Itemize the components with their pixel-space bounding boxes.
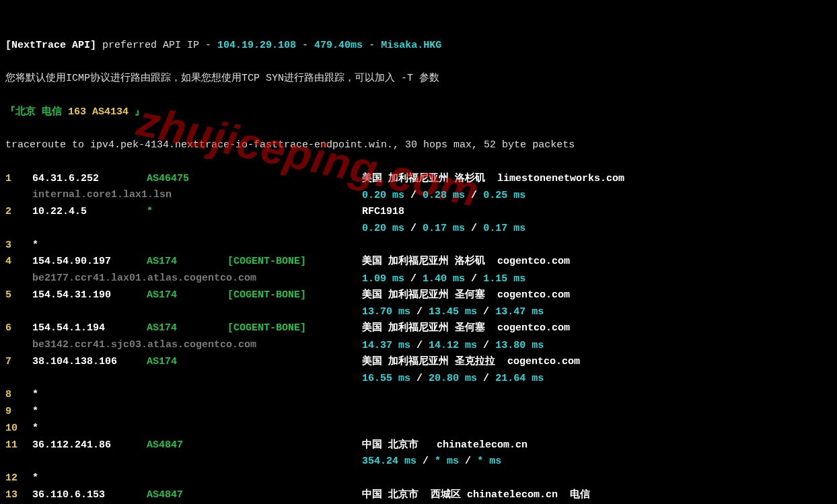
hop-location: 美国 加利福尼亚州 洛杉矶 cogentco.com: [362, 254, 570, 271]
hop-asn: AS174: [147, 354, 227, 371]
hop-row: 12*: [5, 470, 832, 487]
hop-ip: *: [32, 404, 147, 421]
hop-ip: 154.54.31.190: [32, 287, 147, 304]
hop-number: 12: [5, 470, 32, 487]
hop-ip: *: [32, 421, 147, 437]
hop-number: 5: [5, 287, 32, 304]
route-asn: 163 AS4134: [68, 106, 129, 118]
traceroute-cmd: traceroute to ipv4.pek-4134.nexttrace-io…: [5, 137, 832, 154]
hop-tag: [227, 238, 362, 254]
hop-tag: [COGENT-BONE]: [227, 254, 362, 271]
hop-tag: [COGENT-BONE]: [227, 287, 362, 304]
hop-location: 中国 北京市 西城区 chinatelecom.cn 电信: [362, 487, 590, 504]
hop-row: 738.104.138.106AS174美国 加利福尼亚州 圣克拉拉 cogen…: [5, 354, 832, 371]
hop-asn: [147, 387, 227, 404]
hop-asn: AS4847: [147, 487, 227, 504]
hop-location: 美国 加利福尼亚州 圣何塞 cogentco.com: [362, 320, 570, 337]
hop-number: 8: [5, 387, 32, 404]
hop-tag: [227, 487, 362, 504]
api-header-line: [NextTrace API] preferred API IP - 104.1…: [5, 38, 832, 55]
hop-asn: [147, 421, 227, 437]
hop-location: 中国 北京市 chinatelecom.cn: [362, 437, 527, 454]
api-location: Misaka.HKG: [381, 40, 441, 51]
hop-tag: [COGENT-BONE]: [227, 320, 362, 337]
hop-number: 9: [5, 404, 32, 421]
hops-list: 164.31.6.252AS46475美国 加利福尼亚州 洛杉矶 limesto…: [5, 171, 832, 505]
hop-row: 4154.54.90.197AS174[COGENT-BONE]美国 加利福尼亚…: [5, 254, 832, 271]
hop-row: 8*: [5, 387, 832, 404]
hop-number: 7: [5, 354, 32, 371]
hop-ip: 38.104.138.106: [32, 354, 147, 371]
hop-tag: [227, 437, 362, 454]
hop-ip: *: [32, 470, 147, 487]
hop-row: 9*: [5, 404, 832, 421]
hop-number: 3: [5, 238, 32, 254]
hop-asn: [147, 470, 227, 487]
hop-number: 13: [5, 487, 32, 504]
hop-ip: *: [32, 387, 147, 404]
hop-asn: *: [147, 204, 227, 221]
hop-location: 美国 加利福尼亚州 洛杉矶 limestonenetworks.com: [362, 171, 624, 188]
hop-rtt: 354.24 ms / * ms / * ms: [362, 454, 832, 470]
hop-row: 5154.54.31.190AS174[COGENT-BONE]美国 加利福尼亚…: [5, 287, 832, 304]
hop-tag: [227, 204, 362, 221]
hop-asn: AS46475: [147, 171, 227, 188]
hop-number: 1: [5, 171, 32, 188]
hop-rtt: 0.20 ms / 0.17 ms / 0.17 ms: [362, 221, 832, 238]
api-text: preferred API IP -: [96, 40, 217, 51]
hop-ip: 36.110.6.153: [32, 487, 147, 504]
hop-row: 10*: [5, 421, 832, 437]
hop-row: 1136.112.241.86AS4847中国 北京市 chinatelecom…: [5, 437, 832, 454]
hop-tag: [227, 421, 362, 437]
hop-asn: [147, 404, 227, 421]
hop-tag: [227, 470, 362, 487]
hop-number: 2: [5, 204, 32, 221]
hop-asn: AS174: [147, 320, 227, 337]
api-ip: 104.19.29.108: [217, 40, 296, 51]
hop-row: 1336.110.6.153AS4847中国 北京市 西城区 chinatele…: [5, 487, 832, 504]
hop-ip: 36.112.241.86: [32, 437, 147, 454]
hop-location: RFC1918: [362, 204, 404, 221]
hop-location: 美国 加利福尼亚州 圣何塞 cogentco.com: [362, 287, 570, 304]
hop-asn: [147, 238, 227, 254]
hop-tag: [227, 387, 362, 404]
hop-number: 10: [5, 421, 32, 437]
hop-rtt: 13.70 ms / 13.45 ms / 13.47 ms: [362, 304, 832, 321]
hint-line: 您将默认使用ICMP协议进行路由跟踪，如果您想使用TCP SYN进行路由跟踪，可…: [5, 71, 832, 87]
hop-row: 3*: [5, 238, 832, 254]
api-label: [NextTrace API]: [5, 40, 96, 51]
hop-row: 164.31.6.252AS46475美国 加利福尼亚州 洛杉矶 limesto…: [5, 171, 832, 188]
api-latency: 479.40ms: [314, 40, 363, 51]
hop-ip: *: [32, 238, 147, 254]
hop-row: 6154.54.1.194AS174[COGENT-BONE]美国 加利福尼亚州…: [5, 320, 832, 337]
hop-asn: AS174: [147, 287, 227, 304]
hop-number: 4: [5, 254, 32, 271]
hop-asn: AS4847: [147, 437, 227, 454]
terminal: zhujiceping.com [NextTrace API] preferre…: [0, 0, 837, 504]
hop-location: 美国 加利福尼亚州 圣克拉拉 cogentco.com: [362, 354, 580, 371]
hop-rtt: 16.55 ms / 20.80 ms / 21.64 ms: [362, 371, 832, 388]
route-title: 『北京 电信 163 AS4134 』: [5, 104, 832, 121]
hop-number: 6: [5, 320, 32, 337]
hop-row: 210.22.4.5*RFC1918: [5, 204, 832, 221]
hop-tag: [227, 171, 362, 188]
hop-ip: 10.22.4.5: [32, 204, 147, 221]
hop-number: 11: [5, 437, 32, 454]
route-city: 北京 电信: [15, 106, 68, 118]
hop-ip: 154.54.90.197: [32, 254, 147, 271]
hop-ip: 154.54.1.194: [32, 320, 147, 337]
hop-tag: [227, 404, 362, 421]
hop-asn: AS174: [147, 254, 227, 271]
hop-tag: [227, 354, 362, 371]
hop-ip: 64.31.6.252: [32, 171, 147, 188]
